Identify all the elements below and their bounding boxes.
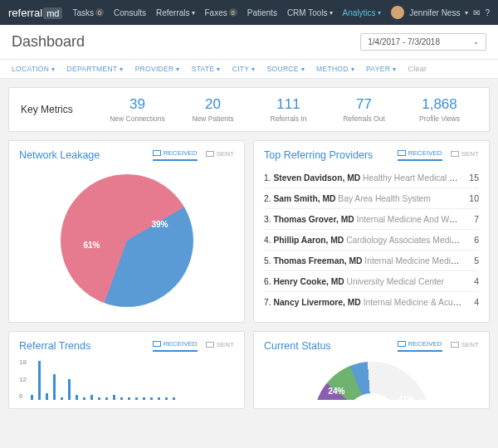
top-providers-card: Top Referring Providers RECEIVED SENT 1.…: [253, 140, 490, 323]
trend-bar: [165, 397, 168, 400]
metrics-heading: Key Metrics: [21, 104, 100, 115]
trend-bar: [46, 393, 48, 400]
outbox-icon: [206, 342, 214, 348]
page-title: Dashboard: [12, 33, 85, 51]
faxes-badge: 0: [229, 8, 237, 17]
trend-bar: [158, 397, 160, 400]
trend-bar: [53, 374, 56, 400]
provider-row[interactable]: 6. Henry Cooke, MD University Medical Ce…: [264, 271, 479, 292]
trend-bar: [173, 397, 175, 400]
help-icon[interactable]: ?: [485, 8, 490, 17]
tab-sent[interactable]: SENT: [206, 340, 234, 352]
key-metrics-card: Key Metrics 39New Connections 20New Pati…: [8, 87, 490, 132]
outbox-icon: [451, 342, 459, 348]
nav-crm[interactable]: CRM Tools▾: [287, 8, 333, 17]
filter-provider[interactable]: PROVIDER▾: [135, 65, 180, 73]
inbox-icon: [153, 341, 161, 347]
chevron-down-icon: ⌄: [473, 38, 479, 46]
nav-patients[interactable]: Patients: [247, 8, 277, 17]
chevron-down-icon: ▾: [378, 9, 381, 17]
metric-referrals-in: 111Referrals In: [251, 96, 326, 123]
status-donut-chart: 24% 41%: [314, 362, 430, 400]
card-title: Referral Trends: [19, 340, 90, 352]
card-title: Current Status: [264, 340, 331, 352]
trend-bar: [135, 397, 138, 400]
tab-received[interactable]: RECEIVED: [398, 149, 442, 161]
donut-label-left: 24%: [329, 387, 345, 396]
provider-row[interactable]: 5. Thomas Freeman, MD Internal Medicine …: [264, 251, 479, 271]
top-nav: referralmd Tasks0 Consults Referrals▾ Fa…: [0, 0, 498, 25]
nav-tasks[interactable]: Tasks0: [72, 8, 104, 17]
chevron-down-icon: ▾: [465, 9, 468, 17]
trend-bar: [105, 397, 108, 400]
tab-sent[interactable]: SENT: [206, 149, 234, 161]
user-area: Jennifer Ness ▾ ✉ ?: [391, 6, 490, 19]
filter-clear[interactable]: Clear: [408, 65, 427, 73]
inbox-icon: [398, 341, 406, 347]
trend-bar: [143, 397, 145, 400]
nav-referrals[interactable]: Referrals▾: [156, 8, 195, 17]
outbox-icon: [206, 151, 214, 157]
nav-analytics[interactable]: Analytics▾: [343, 8, 381, 17]
trend-bar: [128, 397, 130, 400]
trend-bar: [98, 397, 100, 400]
metric-patients: 20New Patients: [175, 96, 251, 123]
provider-list: 1. Steven Davidson, MD Healthy Heart Med…: [264, 168, 479, 312]
outbox-icon: [451, 151, 459, 157]
trend-bar: [76, 395, 78, 400]
filter-department[interactable]: DEPARTMENT▾: [67, 65, 124, 73]
filter-location[interactable]: LOCATION▾: [12, 65, 56, 73]
y-axis: 18126: [19, 358, 27, 400]
donut-label-right: 41%: [398, 395, 414, 400]
tab-sent[interactable]: SENT: [451, 340, 479, 352]
trend-bar: [83, 397, 85, 400]
mail-icon[interactable]: ✉: [473, 8, 480, 17]
brand-logo[interactable]: referralmd: [8, 7, 62, 19]
current-status-card: Current Status RECEIVED SENT 24% 41%: [253, 331, 490, 409]
provider-row[interactable]: 2. Sam Smith, MD Bay Area Health System1…: [264, 188, 479, 209]
filter-payer[interactable]: PAYER▾: [366, 65, 396, 73]
tab-received[interactable]: RECEIVED: [398, 340, 442, 352]
trend-bar: [31, 395, 33, 400]
title-bar: Dashboard 1/4/2017 - 7/3/2018⌄: [0, 25, 498, 60]
trend-bar: [61, 397, 63, 400]
tab-received[interactable]: RECEIVED: [153, 149, 198, 161]
tasks-badge: 0: [95, 8, 104, 17]
metric-connections: 39New Connections: [100, 96, 175, 123]
trend-bar: [90, 395, 93, 400]
provider-row[interactable]: 7. Nancy Livermore, MD Internal Medicine…: [264, 292, 479, 312]
filter-method[interactable]: METHOD▾: [316, 65, 354, 73]
leakage-pie-chart: 61% 39%: [61, 174, 193, 307]
primary-nav: Tasks0 Consults Referrals▾ Faxes0 Patien…: [72, 8, 391, 17]
avatar[interactable]: [391, 6, 404, 19]
card-title: Top Referring Providers: [264, 149, 373, 161]
filter-source[interactable]: SOURCE▾: [267, 65, 305, 73]
card-title: Network Leakage: [19, 149, 100, 161]
inbox-icon: [153, 150, 161, 156]
trend-bar: [38, 361, 41, 400]
date-range-picker[interactable]: 1/4/2017 - 7/3/2018⌄: [360, 33, 486, 51]
provider-row[interactable]: 1. Steven Davidson, MD Healthy Heart Med…: [264, 168, 479, 188]
filter-city[interactable]: CITY▾: [232, 65, 256, 73]
chevron-down-icon: ▾: [330, 9, 333, 17]
provider-row[interactable]: 4. Phillip Aaron, MD Cardiology Associat…: [264, 230, 479, 251]
trend-bar: [68, 379, 71, 400]
nav-consults[interactable]: Consults: [114, 8, 146, 17]
pie-label-right: 39%: [151, 220, 168, 229]
tab-received[interactable]: RECEIVED: [153, 340, 198, 352]
pie-label-left: 61%: [84, 241, 100, 250]
trend-bar: [150, 397, 153, 400]
trend-bar: [120, 397, 123, 400]
filter-bar: LOCATION▾ DEPARTMENT▾ PROVIDER▾ STATE▾ C…: [0, 60, 498, 79]
nav-faxes[interactable]: Faxes0: [205, 8, 237, 17]
network-leakage-card: Network Leakage RECEIVED SENT 61% 39%: [8, 140, 245, 323]
trends-bar-chart: 18126: [19, 358, 234, 400]
tab-sent[interactable]: SENT: [451, 149, 479, 161]
chevron-down-icon: ▾: [192, 9, 195, 17]
user-name[interactable]: Jennifer Ness: [409, 8, 460, 17]
content: Key Metrics 39New Connections 20New Pati…: [0, 79, 498, 417]
referral-trends-card: Referral Trends RECEIVED SENT 18126: [8, 331, 245, 409]
filter-state[interactable]: STATE▾: [192, 65, 221, 73]
provider-row[interactable]: 3. Thomas Grover, MD Internal Medicine A…: [264, 209, 479, 230]
trend-bar: [113, 395, 115, 400]
